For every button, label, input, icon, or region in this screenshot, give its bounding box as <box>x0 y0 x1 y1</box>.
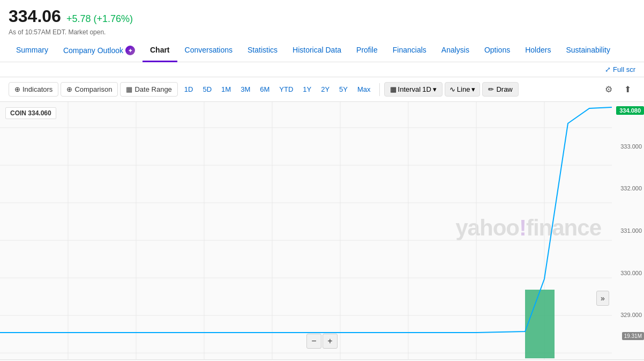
zoom-in-button[interactable]: + <box>323 334 338 349</box>
y-label-2: 332.000 <box>614 185 642 191</box>
chevron-down-icon: ▾ <box>433 85 437 93</box>
comparison-label: Comparison <box>74 85 112 93</box>
range-2y[interactable]: 2Y <box>317 83 334 95</box>
price-main: 334.06 <box>9 6 61 26</box>
range-buttons: 1D 5D 1M 3M 6M YTD 1Y 2Y 5Y Max <box>180 83 375 95</box>
interval-value: 1D <box>422 85 431 93</box>
range-1d[interactable]: 1D <box>180 83 198 95</box>
line-chart-icon: ∿ <box>450 85 455 93</box>
divider-1 <box>379 83 380 96</box>
tab-chart[interactable]: Chart <box>143 40 177 62</box>
y-label-4: 330.000 <box>614 270 642 276</box>
range-max[interactable]: Max <box>353 83 375 95</box>
indicators-label: Indicators <box>23 85 53 93</box>
tab-statistics[interactable]: Statistics <box>240 40 285 62</box>
fullscreen-button[interactable]: ⤢ Full scr <box>605 65 635 73</box>
pencil-icon: ✏ <box>488 85 494 93</box>
tab-profile[interactable]: Profile <box>349 40 385 62</box>
calendar-icon: ▦ <box>126 85 132 93</box>
chart-area: yahoo!finance COIN 334.060 333.000 332.0… <box>0 102 644 359</box>
price-current-badge: 334.080 <box>616 106 644 115</box>
price-line <box>0 107 612 333</box>
company-outlook-icon: ✦ <box>125 46 135 55</box>
tab-holders[interactable]: Holders <box>518 40 558 62</box>
indicators-button[interactable]: ⊕ Indicators <box>9 82 58 97</box>
fullscreen-label: Full scr <box>613 65 635 73</box>
tab-summary[interactable]: Summary <box>9 40 56 62</box>
tab-conversations[interactable]: Conversations <box>177 40 241 62</box>
header: 334.06 +5.78 (+1.76%) As of 10:57AM EDT.… <box>0 0 644 40</box>
draw-button[interactable]: ✏ Draw <box>482 82 518 97</box>
line-chevron-icon: ▾ <box>471 85 475 93</box>
toolbar: ⊕ Indicators ⊕ Comparison ▦ Date Range 1… <box>0 77 644 102</box>
date-range-button[interactable]: ▦ Date Range <box>120 82 177 97</box>
zoom-out-button[interactable]: − <box>306 334 321 349</box>
y-label-5: 329.000 <box>614 312 642 318</box>
date-range-label: Date Range <box>134 85 171 93</box>
tab-historical-data[interactable]: Historical Data <box>285 40 349 62</box>
y-label-1: 333.000 <box>614 143 642 150</box>
interval-button[interactable]: ▦ Interval 1D ▾ <box>384 82 443 97</box>
volume-bar <box>525 290 555 358</box>
settings-icon[interactable]: ⚙ <box>601 82 617 97</box>
range-5y[interactable]: 5Y <box>335 83 352 95</box>
line-button[interactable]: ∿ Line ▾ <box>445 82 481 97</box>
price-change: +5.78 (+1.76%) <box>66 13 133 25</box>
tab-company-outlook[interactable]: Company Outlook ✦ <box>56 40 143 62</box>
toolbar-end: ⚙ ⬆ <box>601 82 635 97</box>
chevron-right-button[interactable]: » <box>596 291 609 306</box>
tab-financials[interactable]: Financials <box>385 40 434 62</box>
nav-tabs: Summary Company Outlook ✦ Chart Conversa… <box>0 40 644 62</box>
range-1m[interactable]: 1M <box>217 83 235 95</box>
tab-company-outlook-label: Company Outlook <box>63 46 123 55</box>
fullscreen-bar: ⤢ Full scr <box>0 62 644 77</box>
tab-options[interactable]: Options <box>477 40 518 62</box>
y-axis: 333.000 332.000 331.000 330.000 329.000 <box>612 102 644 359</box>
tab-sustainability[interactable]: Sustainability <box>558 40 618 62</box>
plus-icon: ⊕ <box>14 85 20 93</box>
zoom-buttons: − + <box>306 334 338 349</box>
range-ytd[interactable]: YTD <box>275 83 297 95</box>
volume-badge: 19.31M <box>622 332 644 340</box>
draw-label: Draw <box>496 85 512 93</box>
fullscreen-icon: ⤢ <box>605 65 611 73</box>
share-icon[interactable]: ⬆ <box>620 82 635 97</box>
comparison-button[interactable]: ⊕ Comparison <box>61 82 118 97</box>
chart-svg <box>0 102 612 359</box>
range-5d[interactable]: 5D <box>198 83 216 95</box>
line-label: Line <box>457 85 470 93</box>
comparison-icon: ⊕ <box>66 85 72 93</box>
interval-icon: ▦ <box>390 85 396 93</box>
range-1y[interactable]: 1Y <box>298 83 316 95</box>
y-label-3: 331.000 <box>614 227 642 234</box>
range-6m[interactable]: 6M <box>256 83 274 95</box>
range-3m[interactable]: 3M <box>236 83 254 95</box>
price-meta: As of 10:57AM EDT. Market open. <box>9 28 635 40</box>
tab-analysis[interactable]: Analysis <box>434 40 477 62</box>
interval-label: Interval <box>398 85 421 93</box>
